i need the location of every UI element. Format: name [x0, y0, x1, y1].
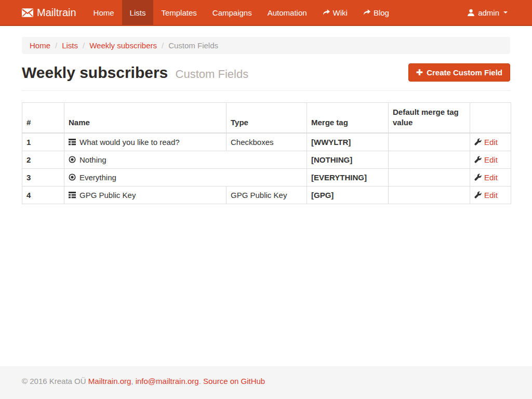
- breadcrumb-separator: /: [78, 41, 89, 50]
- nav-label: Wiki: [333, 8, 348, 17]
- edit-link[interactable]: Edit: [484, 173, 498, 182]
- row-number: 2: [22, 151, 64, 168]
- brand-label: Mailtrain: [37, 7, 76, 19]
- row-number: 4: [22, 186, 64, 204]
- field-type: Checkboxes: [227, 133, 307, 151]
- nav-item-blog[interactable]: Blog: [355, 0, 397, 25]
- brand-link[interactable]: Mailtrain: [22, 0, 86, 25]
- column-header-name: Name: [64, 103, 227, 133]
- breadcrumb-separator: /: [50, 41, 62, 50]
- main-nav: Home Lists Templates Campaigns Automatio…: [86, 0, 397, 25]
- merge-tag: [WWYLTR]: [307, 133, 389, 151]
- breadcrumb: Home / Lists / Weekly subscribers / Cust…: [22, 37, 510, 54]
- row-number: 1: [22, 133, 64, 151]
- field-name: What would you like to read?: [79, 138, 180, 147]
- row-number: 3: [22, 168, 64, 186]
- merge-tag: [EVERYTHING]: [307, 168, 389, 186]
- default-merge-tag-value: [389, 168, 470, 186]
- chevron-down-icon: [503, 11, 508, 14]
- wrench-icon: [474, 174, 482, 181]
- list-icon: [69, 138, 76, 145]
- footer-link-mailtrain-org[interactable]: Mailtrain.org: [88, 377, 131, 385]
- record-icon: [69, 156, 76, 163]
- default-merge-tag-value: [389, 133, 470, 151]
- page-footer: © 2016 Kreata OÜ Mailtrain.org, info@mai…: [0, 366, 532, 399]
- custom-fields-table: # Name Type Merge tag Default merge tag …: [22, 102, 511, 204]
- field-name: Nothing: [79, 155, 107, 164]
- edit-link[interactable]: Edit: [484, 155, 498, 164]
- share-icon: [323, 9, 330, 16]
- share-icon: [363, 9, 370, 16]
- merge-tag: [GPG]: [307, 186, 389, 204]
- create-custom-field-label: Create Custom Field: [427, 68, 502, 77]
- wrench-icon: [474, 191, 482, 198]
- nav-label: Home: [94, 8, 114, 17]
- edit-link[interactable]: Edit: [484, 191, 498, 200]
- column-header-merge-tag: Merge tag: [307, 103, 389, 133]
- table-row: 3 Everything [EVERYTHING]: [22, 168, 511, 186]
- breadcrumb-separator: /: [157, 41, 168, 50]
- nav-item-automation[interactable]: Automation: [260, 0, 315, 25]
- main-content: Home / Lists / Weekly subscribers / Cust…: [0, 26, 532, 366]
- nav-item-campaigns[interactable]: Campaigns: [205, 0, 260, 25]
- column-header-number: #: [22, 103, 64, 133]
- nav-label: Lists: [130, 8, 146, 17]
- user-menu-dropdown[interactable]: admin: [464, 0, 510, 25]
- title-divider: [22, 90, 510, 91]
- user-label: admin: [478, 8, 499, 17]
- field-name: Everything: [79, 173, 116, 182]
- footer-separator: ,: [131, 377, 135, 385]
- user-icon: [467, 9, 475, 17]
- column-header-default-merge-tag-value: Default merge tag value: [389, 103, 470, 133]
- nav-label: Blog: [374, 8, 389, 17]
- page-title-text: Weekly subscribers: [22, 64, 168, 81]
- footer-link-email[interactable]: info@mailtrain.org: [136, 377, 199, 385]
- plus-icon: ✚: [416, 69, 423, 77]
- edit-link[interactable]: Edit: [484, 138, 498, 147]
- field-type: GPG Public Key: [227, 186, 307, 204]
- page-subtitle: Custom Fields: [176, 68, 249, 81]
- record-icon: [69, 174, 76, 181]
- wrench-icon: [474, 138, 482, 145]
- nav-label: Automation: [268, 8, 307, 17]
- list-icon: [69, 191, 76, 198]
- envelope-icon: [22, 8, 33, 17]
- create-custom-field-button[interactable]: ✚ Create Custom Field: [408, 63, 510, 82]
- default-merge-tag-value: [389, 151, 470, 168]
- nav-item-wiki[interactable]: Wiki: [315, 0, 355, 25]
- breadcrumb-item-lists[interactable]: Lists: [62, 41, 78, 50]
- breadcrumb-item-custom-fields: Custom Fields: [168, 41, 218, 50]
- top-navbar: Mailtrain Home Lists Templates Campaigns…: [0, 0, 532, 26]
- table-row: 2 Nothing [NOTHING]: [22, 151, 511, 168]
- table-row: 1 What would you like to read?: [22, 133, 511, 151]
- nav-label: Campaigns: [212, 8, 252, 17]
- field-name: GPG Public Key: [79, 191, 136, 200]
- wrench-icon: [474, 156, 482, 163]
- page-title: Weekly subscribers Custom Fields: [22, 64, 248, 82]
- nav-item-home[interactable]: Home: [86, 0, 122, 25]
- merge-tag: [NOTHING]: [307, 151, 389, 168]
- breadcrumb-item-weekly-subscribers[interactable]: Weekly subscribers: [89, 41, 157, 50]
- nav-item-lists[interactable]: Lists: [122, 0, 154, 25]
- column-header-type: Type: [227, 103, 307, 133]
- nav-item-templates[interactable]: Templates: [153, 0, 204, 25]
- column-header-actions: [470, 103, 511, 133]
- footer-separator: .: [199, 377, 203, 385]
- default-merge-tag-value: [389, 186, 470, 204]
- footer-link-source-github[interactable]: Source on GitHub: [203, 377, 265, 385]
- nav-label: Templates: [161, 8, 196, 17]
- table-row: 4 GPG Public Key: [22, 186, 511, 204]
- table-header-row: # Name Type Merge tag Default merge tag …: [22, 103, 511, 133]
- breadcrumb-item-home[interactable]: Home: [30, 41, 50, 50]
- copyright-text: © 2016 Kreata OÜ: [22, 377, 88, 385]
